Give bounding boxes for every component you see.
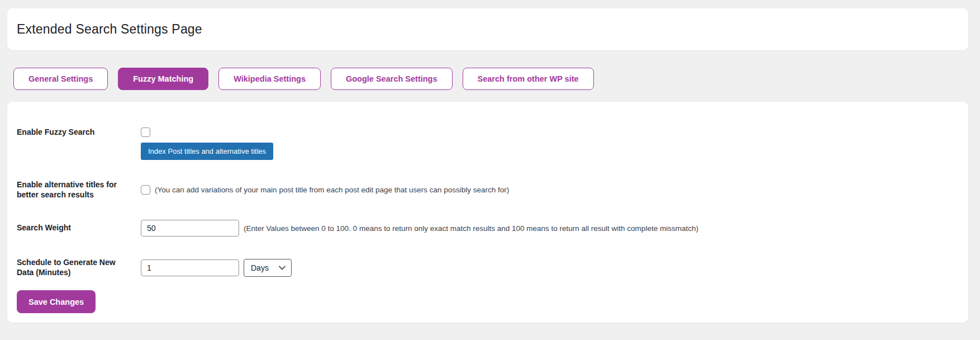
index-post-titles-button[interactable]: Index Post titles and alternative titles [141,143,273,160]
form-row-enable-fuzzy-search: Enable Fuzzy Search Index Post titles an… [17,128,955,160]
tab-label: Wikipedia Settings [234,74,306,83]
page-title: Extended Search Settings Page [17,22,202,37]
settings-panel: Enable Fuzzy Search Index Post titles an… [7,102,968,323]
tab-label: General Settings [28,74,93,83]
enable-fuzzy-search-label: Enable Fuzzy Search [17,128,141,138]
page-header: Extended Search Settings Page [7,8,968,50]
form-row-alternative-titles: Enable alternative titles for better sea… [17,180,955,200]
tab-google-search-settings[interactable]: Google Search Settings [331,68,453,90]
search-weight-controls: (Enter Values between 0 to 100. 0 means … [141,220,698,237]
schedule-label: Schedule to Generate New Data (Minutes) [17,258,141,277]
schedule-unit-selected-value: Days [251,263,269,272]
search-weight-input[interactable] [141,220,239,237]
schedule-controls: Days [141,259,292,277]
alternative-titles-label: Enable alternative titles for better sea… [17,180,141,200]
enable-fuzzy-search-controls: Index Post titles and alternative titles [141,128,273,160]
form-row-search-weight: Search Weight (Enter Values between 0 to… [17,220,955,237]
search-weight-description: (Enter Values between 0 to 100. 0 means … [244,224,698,233]
alternative-titles-checkbox[interactable] [141,185,150,195]
tab-general-settings[interactable]: General Settings [13,68,108,90]
schedule-interval-input[interactable] [141,259,239,276]
schedule-unit-select[interactable]: Days [244,259,292,277]
tab-label: Fuzzy Matching [133,74,193,83]
alternative-titles-description: (You can add variations of your main pos… [155,186,509,194]
save-changes-button[interactable]: Save Changes [17,290,96,313]
search-weight-label: Search Weight [17,223,141,233]
chevron-down-icon [279,266,286,270]
enable-fuzzy-search-checkbox[interactable] [141,128,150,137]
alternative-titles-controls: (You can add variations of your main pos… [141,185,509,195]
tab-wikipedia-settings[interactable]: Wikipedia Settings [218,68,321,90]
tab-search-from-other-wp-site[interactable]: Search from other WP site [463,68,594,90]
tab-fuzzy-matching[interactable]: Fuzzy Matching [118,68,208,90]
tab-label: Search from other WP site [478,74,579,83]
settings-tabs: General SettingsFuzzy MatchingWikipedia … [13,68,968,90]
tab-label: Google Search Settings [346,74,437,83]
form-row-schedule: Schedule to Generate New Data (Minutes) … [17,258,955,277]
